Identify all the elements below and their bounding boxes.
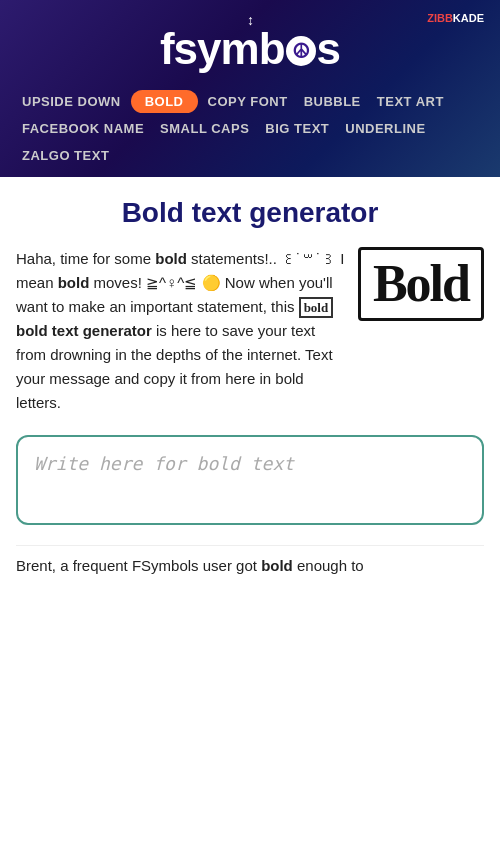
nav-item-bold[interactable]: BOLD [131, 90, 198, 113]
watermark-part2: KADE [453, 12, 484, 24]
nav-item-upside-down[interactable]: UPSIDE DOWN [16, 90, 127, 113]
watermark-part1: ZIBB [427, 12, 453, 24]
nav-item-copy-font[interactable]: COPY FONT [202, 90, 294, 113]
nav-item-facebook-name[interactable]: FACEBOOK NAME [16, 117, 150, 140]
watermark: ZIBBKADE [427, 12, 484, 24]
bottom-text-bold: bold [261, 557, 293, 574]
nav: UPSIDE DOWN BOLD COPY FONT BUBBLE TEXT A… [16, 82, 484, 177]
nav-item-underline[interactable]: UNDERLINE [339, 117, 431, 140]
logo-peace-icon: ☮ [286, 36, 316, 66]
main-content: Bold text generator Haha, time for some … [0, 177, 500, 594]
bottom-text-part2: enough to [293, 557, 364, 574]
bold-demo-display: Bold [358, 247, 484, 321]
nav-item-bubble[interactable]: BUBBLE [298, 90, 367, 113]
nav-item-text-art[interactable]: TEXT ART [371, 90, 450, 113]
bottom-text-part1: Brent, a frequent FSymbols user got [16, 557, 261, 574]
description-section: Haha, time for some bold statements!.. ꒰… [16, 247, 484, 415]
bold-text-input[interactable] [34, 453, 466, 503]
nav-item-zalgo-text[interactable]: ZALGO TEXT [16, 144, 115, 167]
page-title: Bold text generator [16, 197, 484, 229]
description-text: Haha, time for some bold statements!.. ꒰… [16, 247, 346, 415]
header: ZIBBKADE ↕ fsymb☮s UPSIDE DOWN BOLD COPY… [0, 0, 500, 177]
logo[interactable]: ↕ fsymb☮s [160, 12, 340, 74]
text-input-container[interactable] [16, 435, 484, 525]
nav-item-small-caps[interactable]: SMALL CAPS [154, 117, 255, 140]
nav-item-big-text[interactable]: BIG TEXT [259, 117, 335, 140]
bottom-text: Brent, a frequent FSymbols user got bold… [16, 545, 484, 578]
header-top: ZIBBKADE ↕ fsymb☮s [16, 12, 484, 82]
